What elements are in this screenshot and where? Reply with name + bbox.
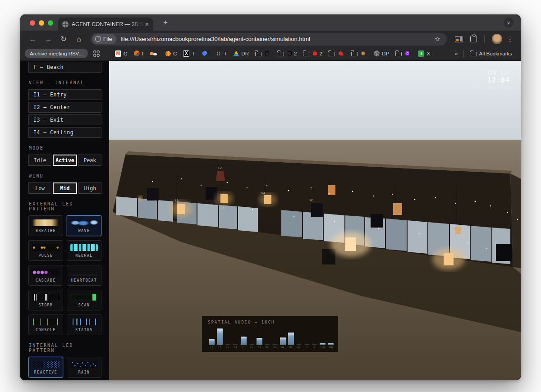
tab-close-icon[interactable]: × xyxy=(144,21,150,27)
bookmark-item[interactable]: T xyxy=(216,51,227,56)
audio-channel: AMB xyxy=(326,325,335,349)
pattern-tile-scan[interactable]: SCAN xyxy=(67,290,101,310)
bookmark-item[interactable] xyxy=(201,50,210,57)
mode-active-button[interactable]: Active xyxy=(53,155,77,166)
tab-search-chevron-icon[interactable]: ∨ xyxy=(504,18,513,27)
pattern-tile-reactive[interactable]: REACTIVE xyxy=(28,357,63,378)
view-i4-ceiling-button[interactable]: I4 — Ceiling xyxy=(28,127,101,138)
reload-icon[interactable]: ↻ xyxy=(57,33,70,46)
purple-c-icon xyxy=(405,51,409,55)
bookmark-folder[interactable]: 2 xyxy=(303,50,322,56)
browser-tab[interactable]: AGENT CONTAINER — 3D Sim × xyxy=(58,18,153,31)
mode-idle-button[interactable]: Idle xyxy=(28,155,51,166)
status-preview xyxy=(70,319,98,325)
extensions-icon[interactable] xyxy=(470,36,477,42)
gauge-icon xyxy=(134,50,140,56)
drive-icon xyxy=(233,51,239,56)
view-i3-exit-button[interactable]: I3 — Exit xyxy=(28,114,101,125)
folder-icon xyxy=(395,52,402,56)
apps-grid-icon[interactable] xyxy=(93,50,100,57)
profile-avatar[interactable] xyxy=(492,34,502,44)
minimize-window-icon[interactable] xyxy=(39,20,44,26)
console-preview xyxy=(32,319,60,325)
pulse-preview xyxy=(32,244,60,251)
pattern-tile-heartbeat[interactable]: HEARTBEAT xyxy=(67,265,101,286)
pattern-tile-status[interactable]: STATUS xyxy=(67,315,101,335)
bookmark-folder[interactable] xyxy=(395,50,412,56)
bookmark-star-icon[interactable]: ☆ xyxy=(433,35,442,43)
bookmark-item[interactable]: X xyxy=(418,50,430,57)
audio-channel: S xyxy=(311,325,319,349)
pattern-tile-storm[interactable]: STORM xyxy=(28,290,63,310)
section-label-mode: MODE xyxy=(29,146,101,150)
url-text[interactable]: file:///Users/rhizomacbookproretina30/la… xyxy=(120,36,432,42)
audio-channel: L5 xyxy=(239,325,248,349)
clouds-icon xyxy=(150,50,157,57)
neural-preview xyxy=(70,244,98,251)
all-bookmarks-button[interactable]: All Bookmarks xyxy=(471,50,513,56)
wind-low-button[interactable]: Low xyxy=(28,182,51,194)
zoom-window-icon[interactable] xyxy=(48,20,53,26)
cherry-icon xyxy=(339,51,343,55)
bookmark-item[interactable]: T xyxy=(183,50,195,57)
pattern-tile-cascade[interactable]: CASCADE xyxy=(28,265,63,286)
back-icon[interactable]: ← xyxy=(27,33,39,46)
bookmark-item[interactable]: GP xyxy=(374,50,390,56)
home-icon[interactable]: ⌂ xyxy=(73,33,85,46)
svg-text:R4: R4 xyxy=(261,191,265,195)
section-label-view-internal: VIEW — INTERNAL xyxy=(29,80,101,85)
simulation-viewport[interactable]: F2 L5 L4 R4 R1 128 fps 12:04 CAM: INTERN… xyxy=(109,61,521,380)
file-scheme-chip[interactable]: i File xyxy=(92,34,116,44)
bookmark-item[interactable]: DR xyxy=(233,51,249,56)
menu-kebab-icon[interactable]: ⋮ xyxy=(506,35,516,43)
close-window-icon[interactable] xyxy=(30,20,35,26)
folder-icon xyxy=(329,52,335,56)
bookmarks-overflow-chevron[interactable]: » xyxy=(455,50,457,57)
pattern-tile-console[interactable]: CONSOLE xyxy=(28,315,63,335)
bookmark-item[interactable]: f xyxy=(134,50,143,56)
pattern-tile-rain[interactable]: RAIN xyxy=(67,357,101,378)
storm-preview xyxy=(32,294,60,301)
audio-channel: R5 xyxy=(287,325,295,349)
bookmark-item[interactable] xyxy=(150,50,159,57)
monkey-icon xyxy=(361,51,365,55)
audio-channel: L3 xyxy=(224,325,232,349)
view-i2-center-button[interactable]: I2 — Center xyxy=(28,102,101,113)
wind-segment: Low Mid High xyxy=(28,182,101,194)
address-bar[interactable]: i File file:///Users/rhizomacbookproreti… xyxy=(91,33,447,46)
side-panel-icon[interactable] xyxy=(455,36,463,42)
audio-channel: R1 xyxy=(255,325,263,349)
new-tab-button[interactable]: + xyxy=(160,17,171,28)
info-icon: i xyxy=(95,36,101,42)
section-label-wind: WIND xyxy=(29,173,101,178)
joystick-icon xyxy=(313,51,317,55)
bookmark-folder[interactable] xyxy=(351,50,367,56)
view-beach-button[interactable]: F — Beach xyxy=(28,62,101,73)
pattern-tile-pulse[interactable]: PULSE xyxy=(28,240,63,261)
forward-icon[interactable]: → xyxy=(42,33,55,46)
wind-mid-button[interactable]: Mid xyxy=(53,182,77,194)
knot-icon xyxy=(374,50,380,56)
bookmark-folder[interactable]: 2 xyxy=(278,50,297,56)
pattern-tile-breathe[interactable]: BREATHE xyxy=(28,215,63,236)
svg-text:L5: L5 xyxy=(175,199,179,202)
tab-group-chip[interactable]: Archive meeting RSV... xyxy=(25,49,88,58)
audio-channel: R2 xyxy=(263,325,271,349)
starburst-icon xyxy=(165,51,171,56)
pattern-tile-neural[interactable]: NEURAL xyxy=(67,240,101,261)
audio-channel: R4 xyxy=(279,325,287,349)
bookmark-folder[interactable] xyxy=(329,50,345,56)
mode-peak-button[interactable]: Peak xyxy=(78,155,101,166)
browser-toolbar: ← → ↻ ⌂ i File file:///Users/rhizomacboo… xyxy=(20,31,521,47)
pattern-tile-wave[interactable]: WAVE xyxy=(67,215,101,236)
spatial-audio-bars: L1L2L3L4L5L6R1R2R3R4R5R6TSSUBAMB xyxy=(208,325,335,349)
audio-channel: R6 xyxy=(295,325,303,349)
wind-high-button[interactable]: High xyxy=(78,182,101,194)
bookmark-item[interactable]: G xyxy=(115,50,128,57)
external-led-tiles: BREATHE WAVE PULSE NEURAL CASCADE HEARTB… xyxy=(28,215,101,335)
bookmark-folder[interactable] xyxy=(255,50,271,56)
globe-icon xyxy=(62,21,69,27)
reactive-preview xyxy=(32,361,60,368)
view-i1-entry-button[interactable]: I1 — Entry xyxy=(28,89,101,100)
bookmark-item[interactable]: C xyxy=(165,51,177,56)
